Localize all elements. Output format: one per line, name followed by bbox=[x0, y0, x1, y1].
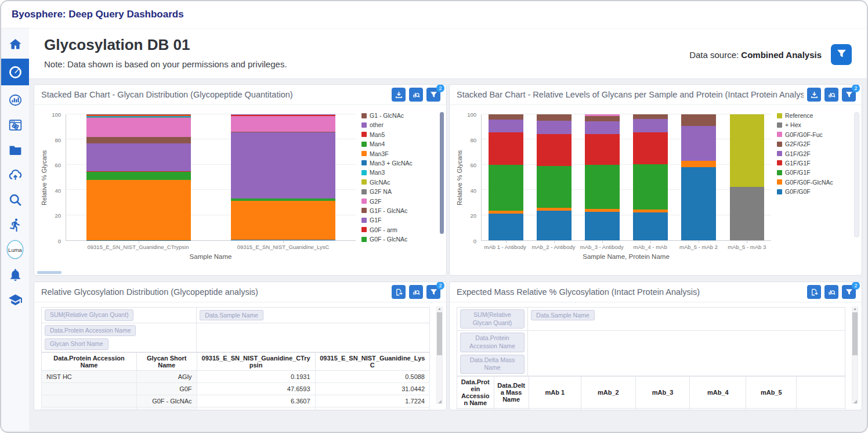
bar-segment[interactable] bbox=[633, 119, 668, 133]
scrollbar-thumb[interactable] bbox=[437, 312, 442, 355]
bar-segment[interactable] bbox=[585, 116, 620, 121]
sidebar-item-runs[interactable] bbox=[7, 217, 23, 233]
bar-segment[interactable] bbox=[489, 114, 523, 120]
download-button[interactable] bbox=[807, 88, 821, 102]
query-button[interactable] bbox=[824, 88, 838, 102]
bar-segment[interactable] bbox=[730, 187, 765, 240]
vertical-scrollbar[interactable]: ▲ bbox=[436, 306, 443, 404]
pivot-pill[interactable]: SUM(Relative Glycan Quant) bbox=[45, 309, 133, 321]
bar-segment[interactable] bbox=[489, 165, 523, 211]
sidebar-item-search[interactable] bbox=[7, 192, 23, 208]
sidebar-item-home[interactable] bbox=[7, 36, 23, 52]
resize-corner[interactable] bbox=[852, 399, 858, 404]
legend-scrollbar[interactable] bbox=[854, 112, 859, 237]
bar-segment[interactable] bbox=[681, 126, 716, 161]
bar-segment[interactable] bbox=[489, 214, 523, 240]
legend-item[interactable]: G2F NA bbox=[361, 188, 438, 195]
sidebar-item-luma[interactable]: Luma bbox=[7, 241, 23, 258]
bar-segment[interactable] bbox=[489, 132, 523, 164]
legend-item[interactable]: Man4 bbox=[361, 140, 438, 147]
bar-segment[interactable] bbox=[537, 121, 572, 134]
pivot-pill[interactable]: Data.Protein Accession Name bbox=[460, 333, 525, 352]
export-button[interactable] bbox=[807, 285, 821, 299]
legend-item[interactable]: G2F/G2F bbox=[777, 140, 853, 147]
legend-item[interactable]: G0F/G0F-Fuc bbox=[777, 131, 853, 138]
filter-button[interactable]: 2 bbox=[842, 285, 856, 299]
pivot-pill[interactable]: Data.Sample Name bbox=[200, 310, 263, 320]
horizontal-scrollbar[interactable] bbox=[37, 271, 62, 274]
bar-segment[interactable] bbox=[86, 137, 191, 143]
bar-segment[interactable] bbox=[585, 134, 620, 165]
legend-item[interactable]: Man3 bbox=[361, 169, 438, 176]
bar-segment[interactable] bbox=[681, 161, 716, 167]
bar-segment[interactable] bbox=[633, 212, 668, 240]
filter-button[interactable]: 2 bbox=[842, 88, 856, 102]
bar-segment[interactable] bbox=[681, 114, 716, 126]
bar-segment[interactable] bbox=[86, 172, 191, 180]
legend-item[interactable]: G0F/G0F bbox=[777, 188, 853, 195]
sidebar-item-analytics[interactable] bbox=[7, 92, 23, 108]
bar-segment[interactable] bbox=[537, 114, 572, 121]
bar-segment[interactable] bbox=[585, 121, 620, 134]
sidebar-item-upload[interactable] bbox=[7, 167, 23, 183]
legend-item[interactable]: Man3F bbox=[361, 150, 438, 157]
scrollbar-thumb[interactable] bbox=[852, 312, 858, 355]
legend-item[interactable]: G0F/G0F-GlcNAc bbox=[777, 179, 853, 186]
legend-item[interactable]: G0F/G1F bbox=[777, 169, 853, 176]
bar-segment[interactable] bbox=[633, 132, 668, 164]
bar-segment[interactable] bbox=[537, 211, 572, 240]
legend-item[interactable]: G1F - GlcNAc bbox=[361, 207, 438, 214]
download-button[interactable] bbox=[392, 88, 406, 102]
legend-scrollbar[interactable] bbox=[440, 112, 444, 234]
legend-item[interactable]: G1 - GlcNAc bbox=[361, 112, 438, 119]
filter-button[interactable]: 2 bbox=[426, 88, 440, 102]
stacked-bar[interactable] bbox=[585, 114, 620, 240]
bar-segment[interactable] bbox=[231, 116, 335, 132]
query-button[interactable] bbox=[409, 285, 423, 299]
sidebar-item-learning[interactable] bbox=[7, 291, 23, 308]
stacked-bar[interactable] bbox=[489, 114, 523, 240]
legend-item[interactable]: G1F/G2F bbox=[777, 150, 853, 157]
stacked-bar[interactable] bbox=[681, 114, 716, 240]
legend-item[interactable]: G2F bbox=[361, 198, 438, 205]
legend-item[interactable]: G1F bbox=[361, 217, 438, 223]
filter-button[interactable]: 2 bbox=[426, 285, 440, 299]
pivot-pill[interactable]: SUM(Relative Glycan Quant) bbox=[460, 309, 525, 329]
sidebar-item-dashboards[interactable] bbox=[1, 59, 29, 85]
bar-segment[interactable] bbox=[231, 240, 335, 240]
sidebar-item-visual-apps[interactable] bbox=[7, 117, 23, 133]
stacked-bar[interactable] bbox=[730, 114, 765, 240]
export-button[interactable] bbox=[392, 285, 406, 299]
legend-item[interactable]: other bbox=[361, 121, 438, 128]
bar-segment[interactable] bbox=[730, 114, 765, 187]
legend-item[interactable]: G1F/G1F bbox=[777, 160, 853, 167]
pivot-pill[interactable]: Data.Delta Mass Name bbox=[460, 355, 525, 374]
resize-corner[interactable] bbox=[437, 399, 442, 404]
legend-item[interactable]: + Hex bbox=[777, 121, 853, 128]
legend-item[interactable]: G0F - arm bbox=[361, 226, 438, 233]
bar-segment[interactable] bbox=[681, 167, 716, 240]
bar-segment[interactable] bbox=[231, 132, 335, 199]
legend-item[interactable]: Man3 + GlcNAc bbox=[361, 160, 438, 167]
query-button[interactable] bbox=[824, 285, 838, 299]
vertical-scrollbar[interactable]: ▲ bbox=[852, 306, 858, 404]
scroll-up-arrow[interactable]: ▲ bbox=[437, 306, 442, 311]
legend-item[interactable]: Man5 bbox=[361, 131, 438, 138]
bar-segment[interactable] bbox=[585, 165, 620, 209]
stacked-bar[interactable] bbox=[231, 114, 335, 240]
stacked-bar[interactable] bbox=[537, 114, 572, 240]
bar-segment[interactable] bbox=[86, 143, 191, 171]
legend-item[interactable]: GlcNAc bbox=[361, 179, 438, 186]
legend-item[interactable]: G0F - GlcNAc bbox=[361, 236, 438, 243]
bar-segment[interactable] bbox=[585, 212, 620, 240]
pivot-pill[interactable]: Data.Protein Accession Name bbox=[45, 325, 136, 337]
legend-item[interactable]: Reference bbox=[777, 112, 853, 119]
bar-segment[interactable] bbox=[537, 134, 572, 166]
data-source-filter-button[interactable] bbox=[831, 44, 852, 65]
bar-segment[interactable] bbox=[86, 118, 191, 137]
sidebar-item-notifications[interactable] bbox=[7, 266, 23, 283]
stacked-bar[interactable] bbox=[633, 114, 668, 240]
bar-segment[interactable] bbox=[633, 164, 668, 210]
pivot-pill[interactable]: Glycan Short Name bbox=[45, 338, 108, 350]
sidebar-item-files[interactable] bbox=[7, 142, 23, 158]
